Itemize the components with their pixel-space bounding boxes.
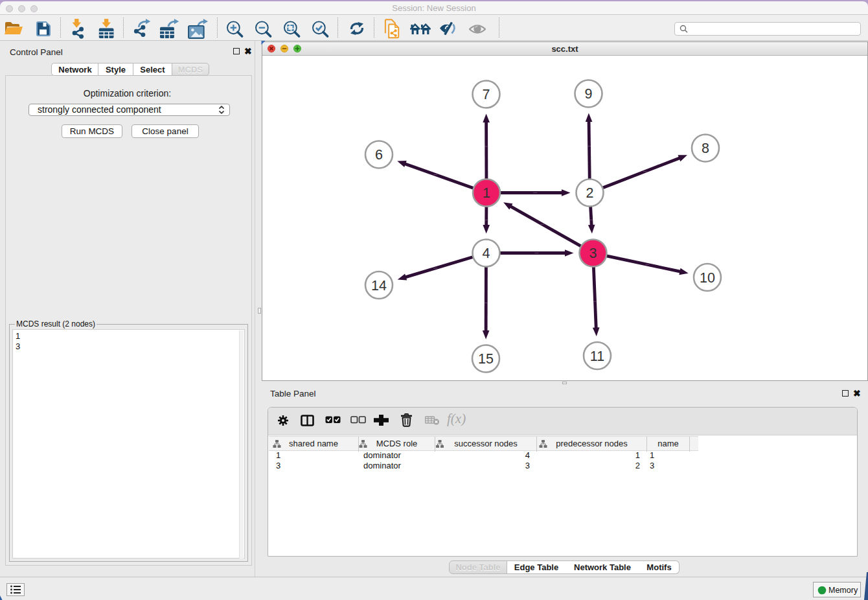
svg-text:10: 10 bbox=[700, 270, 715, 286]
svg-text:7: 7 bbox=[483, 87, 490, 102]
svg-text:4: 4 bbox=[483, 246, 490, 261]
svg-text:8: 8 bbox=[702, 141, 709, 156]
svg-text:2: 2 bbox=[586, 185, 594, 201]
svg-text:6: 6 bbox=[375, 147, 383, 163]
svg-text:11: 11 bbox=[590, 349, 604, 364]
svg-text:9: 9 bbox=[585, 86, 593, 102]
svg-text:3: 3 bbox=[589, 246, 597, 261]
svg-text:1: 1 bbox=[483, 185, 490, 201]
svg-text:14: 14 bbox=[371, 278, 387, 294]
svg-text:15: 15 bbox=[478, 351, 494, 367]
